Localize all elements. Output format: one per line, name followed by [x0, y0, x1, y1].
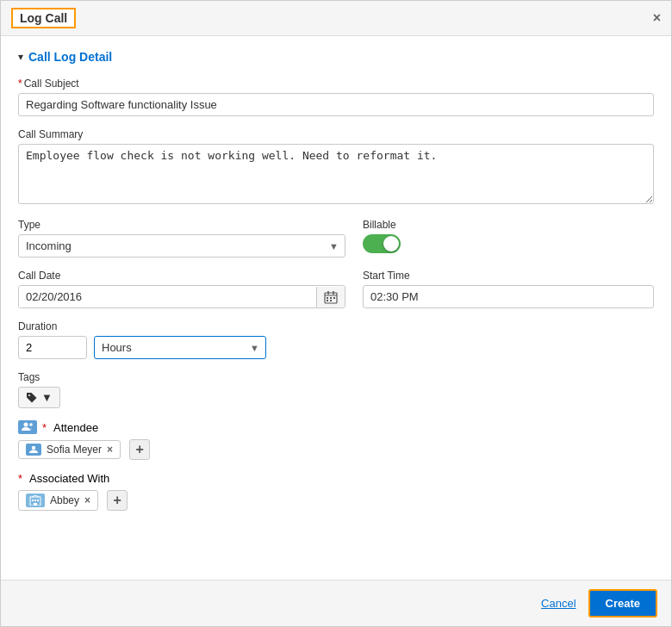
- type-field: Type Incoming Outgoing ▼: [18, 219, 345, 258]
- tags-field: Tags ▼: [18, 371, 654, 408]
- associated-label-row: * Associated With: [18, 472, 654, 485]
- type-select[interactable]: Incoming Outgoing: [18, 234, 345, 258]
- add-attendee-button[interactable]: +: [129, 439, 150, 460]
- toggle-thumb: [383, 236, 399, 251]
- svg-rect-14: [32, 500, 34, 501]
- call-summary-textarea[interactable]: Employee flow check is not working well.…: [18, 144, 654, 204]
- call-summary-label: Call Summary: [18, 128, 654, 140]
- section-title: Call Log Detail: [28, 50, 112, 64]
- billable-field: Billable: [363, 219, 654, 258]
- associated-with-field: * Associated With Abb: [18, 472, 654, 511]
- attendee-pill-icon: [26, 444, 41, 456]
- call-date-input[interactable]: [19, 286, 316, 307]
- tag-icon: [26, 392, 38, 404]
- log-call-modal: Log Call × ▾ Call Log Detail *Call Subje…: [0, 0, 672, 627]
- svg-rect-8: [330, 300, 332, 301]
- tags-button[interactable]: ▼: [18, 387, 60, 408]
- attendee-required-star: *: [42, 421, 47, 434]
- add-associated-button[interactable]: +: [107, 490, 128, 511]
- building-icon: [26, 494, 45, 507]
- start-time-input[interactable]: [363, 285, 654, 308]
- call-date-label: Call Date: [18, 270, 345, 282]
- toggle-track: [363, 234, 401, 253]
- svg-rect-7: [327, 300, 328, 301]
- svg-rect-15: [34, 500, 36, 501]
- billable-toggle-wrapper: [363, 234, 654, 253]
- start-time-label: Start Time: [363, 270, 654, 282]
- duration-field: Duration Hours Minutes ▼: [18, 320, 654, 359]
- svg-point-11: [29, 423, 33, 426]
- duration-unit-select[interactable]: Hours Minutes: [94, 336, 266, 359]
- attendee-field: * Attendee Sofia Meyer × +: [18, 420, 654, 460]
- cancel-button[interactable]: Cancel: [538, 597, 579, 610]
- type-label: Type: [18, 219, 345, 231]
- duration-label: Duration: [18, 320, 654, 332]
- attendee-icon: [18, 420, 37, 434]
- billable-toggle[interactable]: [363, 234, 401, 253]
- call-date-field: Call Date: [18, 270, 345, 308]
- call-subject-field: *Call Subject: [18, 78, 654, 116]
- associated-pill-row: Abbey × +: [18, 490, 654, 511]
- billable-label: Billable: [363, 219, 654, 231]
- associated-remove-button[interactable]: ×: [84, 495, 90, 506]
- create-button[interactable]: Create: [588, 589, 657, 618]
- date-time-row: Call Date: [18, 270, 654, 308]
- start-time-field: Start Time: [363, 270, 654, 308]
- person-icon: [28, 445, 39, 454]
- close-button[interactable]: ×: [653, 10, 661, 26]
- tag-dropdown-arrow: ▼: [41, 391, 53, 404]
- attendee-label-text: Attendee: [53, 421, 98, 434]
- associated-label-text: Associated With: [29, 472, 109, 485]
- call-subject-input[interactable]: [18, 93, 654, 116]
- associated-pill: Abbey ×: [18, 490, 98, 511]
- required-star: *: [18, 78, 22, 90]
- person-group-icon: [22, 422, 34, 432]
- call-summary-field: Call Summary Employee flow check is not …: [18, 128, 654, 207]
- modal-header: Log Call ×: [1, 1, 671, 36]
- attendee-pill: Sofia Meyer ×: [18, 440, 121, 459]
- duration-input[interactable]: [18, 336, 87, 359]
- tags-label: Tags: [18, 371, 654, 383]
- svg-rect-4: [327, 297, 328, 299]
- attendee-name: Sofia Meyer: [47, 444, 102, 456]
- svg-point-10: [24, 423, 28, 427]
- type-billable-row: Type Incoming Outgoing ▼ Billable: [18, 219, 654, 258]
- section-header: ▾ Call Log Detail: [18, 50, 654, 64]
- type-select-wrapper: Incoming Outgoing ▼: [18, 234, 345, 258]
- section-collapse-icon[interactable]: ▾: [18, 51, 23, 63]
- calendar-icon: [324, 290, 338, 304]
- modal-footer: Cancel Create: [1, 580, 671, 626]
- svg-point-12: [32, 446, 35, 450]
- call-date-wrapper: [18, 285, 345, 308]
- svg-rect-5: [330, 297, 332, 299]
- modal-body: ▾ Call Log Detail *Call Subject Call Sum…: [1, 36, 671, 580]
- duration-unit-select-wrapper: Hours Minutes ▼: [94, 336, 266, 359]
- svg-rect-6: [333, 297, 335, 299]
- svg-rect-17: [34, 503, 37, 506]
- duration-row: Hours Minutes ▼: [18, 336, 654, 359]
- svg-point-9: [28, 394, 30, 396]
- associated-required-star: *: [18, 472, 22, 485]
- calendar-button[interactable]: [316, 287, 345, 307]
- svg-rect-16: [37, 500, 39, 501]
- attendee-pill-row: Sofia Meyer × +: [18, 439, 654, 460]
- attendee-label-row: * Attendee: [18, 420, 654, 434]
- associated-name: Abbey: [50, 494, 79, 506]
- call-subject-label: *Call Subject: [18, 78, 654, 90]
- modal-title: Log Call: [11, 8, 76, 28]
- building-svg-icon: [29, 495, 41, 506]
- attendee-remove-button[interactable]: ×: [107, 444, 113, 455]
